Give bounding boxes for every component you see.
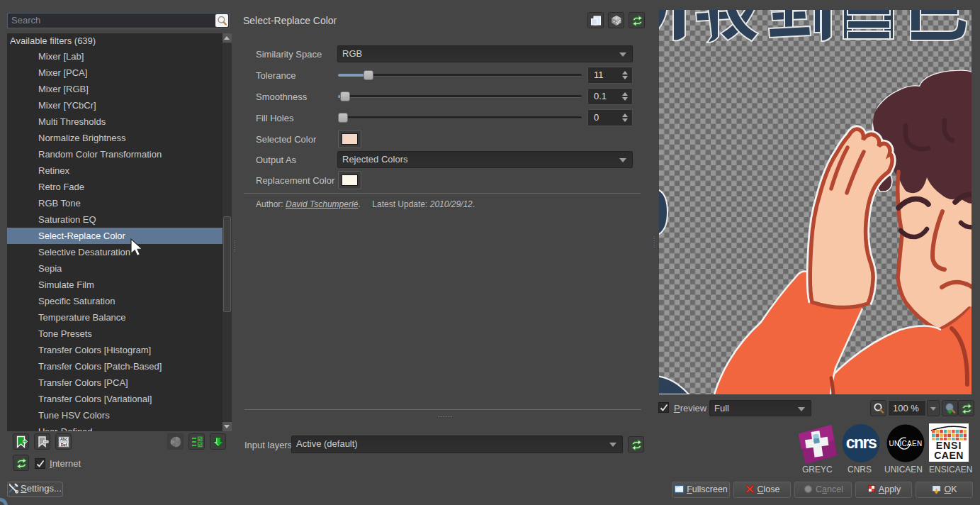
svg-text:UNICAEN: UNICAEN [889,440,922,448]
svg-text:cnrs: cnrs [846,433,877,452]
svg-text:CAEN: CAEN [934,450,964,461]
